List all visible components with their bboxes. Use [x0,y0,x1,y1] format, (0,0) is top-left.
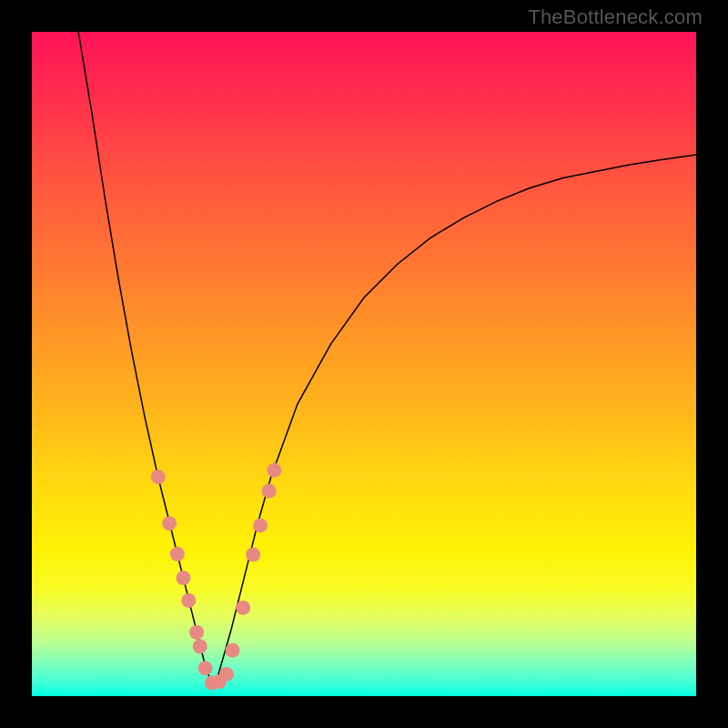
marker-point [225,643,239,658]
marker-point [262,483,277,498]
chart-frame: TheBottleneck.com [0,0,728,728]
marker-point [253,518,268,532]
marker-point [170,547,185,561]
marker-point [236,601,250,615]
marker-point [246,548,260,562]
plot-area [32,32,696,696]
marker-point [176,571,190,585]
marker-point [219,667,234,682]
chart-svg [32,32,696,696]
marker-point [162,516,177,531]
watermark-text: TheBottleneck.com [528,5,703,29]
marker-point [267,463,281,478]
curve-left-branch [78,32,211,682]
marker-point [193,639,207,653]
marker-point [181,593,196,608]
marker-point [198,661,213,675]
marker-point [189,625,204,640]
markers-group [151,463,282,691]
curve-right-branch [211,155,696,682]
marker-point [151,470,166,484]
